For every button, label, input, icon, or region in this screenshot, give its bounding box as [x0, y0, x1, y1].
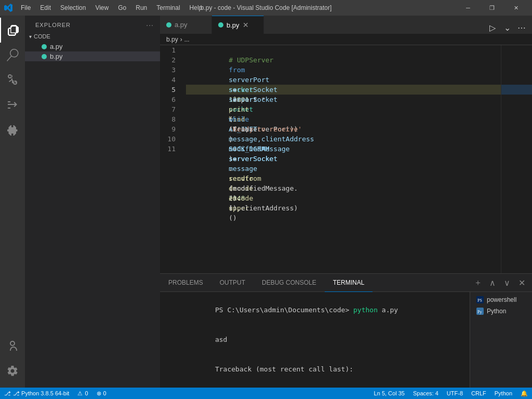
svg-text:PS: PS: [477, 298, 482, 303]
breadcrumb: b.py › ...: [160, 34, 532, 45]
line-num-6: 6: [160, 95, 186, 104]
python-icon: Py: [476, 308, 484, 315]
section-arrow-icon: ▾: [29, 34, 32, 39]
status-error-count: 0: [85, 390, 88, 396]
status-encoding[interactable]: UTF-8: [443, 388, 467, 399]
menu-run[interactable]: Run: [131, 3, 151, 12]
status-language-label: Python: [495, 390, 512, 396]
terminal-up-button[interactable]: ∧: [486, 276, 499, 289]
activity-source-control[interactable]: [0, 68, 25, 92]
app-body: EXPLORER ··· ▾ CODE a.py b.py a.py: [0, 16, 532, 388]
status-spaces[interactable]: Spaces: 4: [409, 388, 443, 399]
breadcrumb-file[interactable]: b.py: [166, 36, 178, 43]
token: (modifiedMessage.: [229, 184, 298, 192]
line-num-10: 10: [160, 134, 186, 144]
activity-search[interactable]: [0, 43, 25, 68]
activity-explorer[interactable]: [0, 18, 25, 43]
run-dropdown[interactable]: ⌄: [501, 21, 513, 34]
close-button[interactable]: ✕: [504, 0, 528, 16]
run-button[interactable]: ▷: [486, 21, 499, 34]
tab-icon-a: [166, 22, 171, 28]
code-editor[interactable]: 1 2 3 4 5 6 7 8 9 10 11 # UDPServer from: [160, 45, 532, 273]
terminal-line-1: PS C:\Users\admin\Documents\code> python…: [166, 295, 463, 325]
powershell-icon: PS: [476, 296, 484, 303]
section-code-label[interactable]: ▾ CODE: [25, 31, 160, 42]
minimize-button[interactable]: ─: [456, 0, 480, 16]
status-encoding-label: UTF-8: [447, 390, 463, 396]
status-cursor-label: Ln 5, Col 35: [374, 390, 405, 396]
status-python-text: ⎇ Python 3.8.5 64-bit: [13, 390, 69, 397]
split-editor-button[interactable]: ⋯: [515, 21, 528, 34]
section-name: CODE: [34, 33, 50, 39]
status-notification-bell[interactable]: 🔔: [516, 388, 532, 399]
panel-tab-output[interactable]: OUTPUT: [211, 274, 254, 292]
terminal-session-powershell[interactable]: PS powershell: [470, 294, 532, 305]
breadcrumb-more[interactable]: ...: [184, 36, 190, 43]
tab-b-py[interactable]: b.py ✕: [212, 16, 264, 34]
token: serverSocket: [229, 96, 277, 103]
sidebar-more-icon[interactable]: ···: [146, 21, 154, 29]
activity-extensions[interactable]: [0, 117, 25, 142]
status-eol[interactable]: CRLF: [467, 388, 490, 399]
tab-label-a: a.py: [175, 21, 188, 29]
terminal-session-python[interactable]: Py Python: [470, 305, 532, 317]
panel-tab-actions: ＋ ∧ ∨ ✕: [472, 276, 532, 289]
status-errors[interactable]: ⚠ 0: [73, 388, 92, 399]
menu-go[interactable]: Go: [114, 3, 130, 12]
terminal-down-button[interactable]: ∨: [501, 276, 513, 289]
status-cursor-pos[interactable]: Ln 5, Col 35: [370, 388, 409, 399]
sidebar-item-b-py[interactable]: b.py: [25, 51, 160, 61]
explorer-section: ▾ CODE a.py b.py: [25, 31, 160, 61]
status-python-version[interactable]: ⎇ ⎇ Python 3.8.5 64-bit: [0, 388, 73, 399]
panel-tab-debug[interactable]: DEBUG CONSOLE: [254, 274, 325, 292]
tab-bar: a.py b.py ✕ ▷ ⌄ ⋯: [160, 16, 532, 34]
terminal-text: Traceback (most recent call last):: [215, 365, 353, 373]
bell-icon: 🔔: [521, 390, 528, 397]
sidebar-item-a-py[interactable]: a.py: [25, 42, 160, 51]
title-bar-left: File Edit Selection View Go Run Terminal…: [4, 3, 206, 12]
activity-account[interactable]: [0, 334, 25, 358]
terminal-list: PS powershell Py Python: [470, 292, 532, 388]
menu-edit[interactable]: Edit: [36, 3, 55, 12]
token: print: [229, 105, 249, 113]
panel-tab-problems[interactable]: PROBLEMS: [160, 274, 211, 292]
terminal-session-label-py: Python: [487, 308, 506, 315]
token: (),clientAddress): [229, 204, 298, 212]
tab-a-py[interactable]: a.py: [160, 16, 212, 34]
status-warning-count: 0: [103, 390, 107, 396]
token: [229, 135, 245, 143]
editor-area: a.py b.py ✕ ▷ ⌄ ⋯ b.py › ... 1 2 3: [160, 16, 532, 388]
menu-file[interactable]: File: [17, 3, 35, 12]
terminal-line-2: asd: [166, 325, 463, 354]
status-language[interactable]: Python: [490, 388, 516, 399]
add-terminal-button[interactable]: ＋: [472, 276, 484, 289]
sidebar: EXPLORER ··· ▾ CODE a.py b.py: [25, 16, 160, 388]
file-name-a: a.py: [50, 43, 63, 50]
maximize-button[interactable]: ❐: [480, 0, 504, 16]
menu-terminal[interactable]: Terminal: [152, 3, 184, 12]
code-content[interactable]: # UDPServer from socket import * serverP…: [186, 45, 501, 273]
menu-selection[interactable]: Selection: [56, 3, 90, 12]
panel-tab-terminal[interactable]: TERMINAL: [325, 274, 373, 292]
line-num-7: 7: [160, 104, 186, 114]
line-num-3: 3: [160, 65, 186, 75]
status-right: Ln 5, Col 35 Spaces: 4 UTF-8 CRLF Python…: [370, 388, 532, 399]
breadcrumb-sep: ›: [180, 36, 182, 43]
panel-tabs: PROBLEMS OUTPUT DEBUG CONSOLE TERMINAL ＋…: [160, 274, 532, 292]
tab-close-b[interactable]: ✕: [243, 21, 249, 29]
terminal-content-area: PS C:\Users\admin\Documents\code> python…: [160, 292, 532, 388]
token: [229, 125, 245, 133]
close-panel-button[interactable]: ✕: [515, 276, 528, 289]
line-num-5: 5: [160, 85, 186, 95]
minimap: [501, 45, 532, 273]
activity-settings[interactable]: [0, 358, 25, 383]
menu-view[interactable]: View: [91, 3, 113, 12]
token: serverSocket: [229, 86, 277, 94]
status-python-label: ⎇: [4, 390, 11, 397]
activity-run-debug[interactable]: [0, 92, 25, 117]
line-num-8: 8: [160, 114, 186, 124]
terminal-area[interactable]: PS C:\Users\admin\Documents\code> python…: [160, 292, 470, 388]
code-line-1: # UDPServer: [186, 45, 501, 55]
status-warnings[interactable]: ⊗ 0: [92, 388, 111, 399]
terminal-session-label-ps: powershell: [487, 296, 516, 303]
